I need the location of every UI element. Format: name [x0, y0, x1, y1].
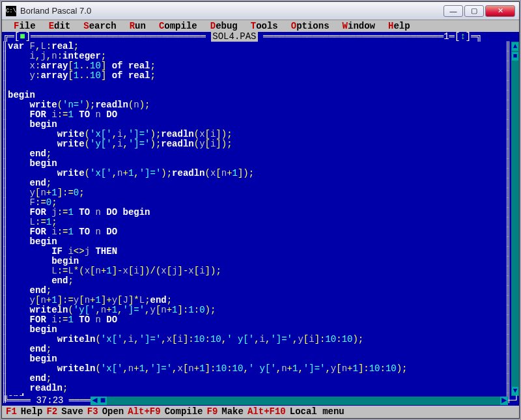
code-line[interactable]: write('y[',i,']=');readln(y[i]); — [8, 139, 505, 149]
scroll-down-icon[interactable]: ▼ — [512, 387, 518, 395]
code-line[interactable]: begin — [8, 257, 505, 266]
code-line[interactable]: write('x[',i,']=');readln(x[i]); — [8, 130, 505, 139]
code-line[interactable]: readln; — [8, 384, 505, 393]
status-text: Save — [61, 406, 83, 417]
code-line[interactable]: end; — [8, 286, 505, 296]
menu-compile[interactable]: Compile — [152, 21, 204, 31]
filename: SOL4.PAS — [211, 32, 257, 42]
menu-edit[interactable]: Edit — [42, 21, 77, 31]
statusbar: F1 Help F2 Save F3 Open Alt+F9 Compile F… — [2, 406, 519, 417]
status-key[interactable]: F3 — [87, 406, 98, 417]
code-line[interactable]: begin — [8, 354, 505, 364]
status-text: Compile — [165, 406, 203, 417]
h-scroll-track[interactable] — [107, 397, 500, 405]
status-key[interactable]: Alt+F9 — [128, 406, 160, 417]
code-line[interactable]: writeln('x[',i,']=',x[i]:10:10,' y[',i,'… — [8, 335, 505, 344]
menu-debug[interactable]: Debug — [204, 21, 244, 31]
scroll-up-icon[interactable]: ▲ — [512, 42, 518, 51]
code-line[interactable]: writeln('x[',n+1,']=',x[n+1]:10:10,' y['… — [8, 364, 505, 374]
menu-options[interactable]: Options — [285, 21, 336, 31]
code-line[interactable]: y:array[1..10] of real; — [8, 71, 505, 81]
status-text: Open — [102, 406, 124, 417]
code-line[interactable]: end; — [8, 178, 505, 188]
status-key[interactable]: F2 — [46, 406, 57, 417]
minimize-button[interactable]: — — [444, 5, 463, 17]
code-line[interactable]: begin — [8, 159, 505, 169]
frame-top: ╔═[■]════════════════════════════════ SO… — [2, 32, 519, 42]
code-line[interactable]: L:=L*(x[n+1]-x[i])/(x[j]-x[i]); — [8, 266, 505, 276]
status-text: Make — [221, 406, 244, 417]
status-key[interactable]: F9 — [207, 406, 218, 417]
code-line[interactable] — [8, 81, 505, 91]
window-controls: — ▢ ✕ — [444, 5, 515, 17]
scroll-left-icon[interactable]: ◄ — [91, 397, 98, 405]
h-scroll-thumb[interactable]: ■ — [99, 397, 107, 405]
code-line[interactable]: x:array[1..10] of real; — [8, 61, 505, 71]
titlebar[interactable]: C:\ Borland Pascal 7.0 — ▢ ✕ — [2, 2, 519, 20]
menubar[interactable]: FileEditSearchRunCompileDebugToolsOption… — [2, 20, 519, 32]
menu-file[interactable]: File — [7, 21, 42, 31]
cursor-position: 37:23 — [36, 396, 63, 406]
code-line[interactable]: L:=1; — [8, 217, 505, 227]
frame-right: ║║║║║║║║║║║║║║║║║║║║║║║║║║║║║║║║║║║║║ — [505, 42, 511, 396]
scroll-right-icon[interactable]: ► — [500, 397, 508, 405]
editor-client: ╔═[■]════════════════════════════════ SO… — [2, 32, 519, 406]
code-line[interactable]: IF i<>j THEN — [8, 247, 505, 257]
app-icon: C:\ — [6, 6, 16, 16]
code-line[interactable]: write('n=');readln(n); — [8, 100, 505, 110]
code-line[interactable]: y[n+1]:=0; — [8, 188, 505, 198]
code-line[interactable]: F:=0; — [8, 198, 505, 208]
status-key[interactable]: Alt+F10 — [247, 406, 286, 417]
code-editor[interactable]: var F,L:real; i,j,n:integer; x:array[1..… — [8, 42, 505, 396]
code-line[interactable]: end; — [8, 149, 505, 159]
status-key[interactable]: F1 — [6, 406, 17, 417]
status-text: Local menu — [290, 406, 345, 417]
frame-left: ║║║║║║║║║║║║║║║║║║║║║║║║║║║║║║║║║║║║║ — [2, 42, 8, 396]
code-line[interactable]: end; — [8, 374, 505, 384]
code-line[interactable]: write('x[',n+1,']=');readln(x[n+1]); — [8, 169, 505, 178]
code-line[interactable]: y[n+1]:=y[n+1]+y[J]*L;end; — [8, 296, 505, 305]
window-title: Borland Pascal 7.0 — [20, 6, 444, 16]
horizontal-scrollbar[interactable]: ◄ ■ ► — [91, 396, 508, 406]
code-line[interactable]: var F,L:real; — [8, 42, 505, 51]
code-line[interactable]: FOR j:=1 TO n DO begin — [8, 208, 505, 217]
code-line[interactable]: begin — [8, 325, 505, 335]
close-button[interactable]: ✕ — [485, 5, 515, 17]
code-line[interactable]: writeln('y[',n+1,']=',y[n+1]:1:0); — [8, 305, 505, 315]
menu-run[interactable]: Run — [123, 21, 152, 31]
maximize-button[interactable]: ▢ — [464, 5, 484, 17]
frame-bottom: ╚════ 37:23 ════ ◄ ■ ► ─┘ — [2, 396, 519, 406]
code-line[interactable]: begin — [8, 91, 505, 100]
menu-search[interactable]: Search — [77, 21, 122, 31]
menu-tools[interactable]: Tools — [244, 21, 285, 31]
menu-window[interactable]: Window — [336, 21, 382, 31]
status-text: Help — [21, 406, 43, 417]
app-window: C:\ Borland Pascal 7.0 — ▢ ✕ FileEditSea… — [1, 1, 520, 419]
code-line[interactable]: FOR i:=1 TO n DO — [8, 315, 505, 325]
code-line[interactable]: FOR i:=1 TO n DO — [8, 227, 505, 237]
vertical-scrollbar[interactable]: ▲ ■ ▼ — [511, 42, 519, 396]
code-line[interactable]: end; — [8, 344, 505, 354]
code-line[interactable]: end; — [8, 276, 505, 286]
code-line[interactable]: begin — [8, 237, 505, 247]
code-line[interactable]: i,j,n:integer; — [8, 51, 505, 61]
code-line[interactable]: FOR i:=1 TO n DO — [8, 110, 505, 120]
window-number: 1 — [444, 32, 449, 42]
scroll-thumb[interactable]: ■ — [512, 52, 518, 61]
menu-help[interactable]: Help — [382, 21, 417, 31]
code-line[interactable]: begin — [8, 120, 505, 130]
